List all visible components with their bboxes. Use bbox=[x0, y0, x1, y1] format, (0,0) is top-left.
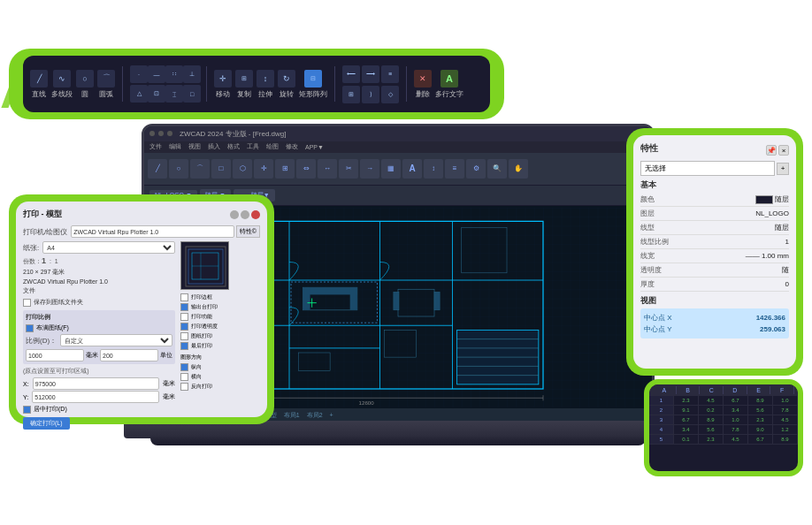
center-checkbox[interactable] bbox=[23, 406, 31, 414]
tool-arc[interactable]: ⌒ 圆弧 bbox=[97, 70, 115, 99]
extra-tool-4[interactable]: ⊥ bbox=[183, 65, 201, 83]
menu-modify[interactable]: 修改 bbox=[286, 142, 298, 151]
dialog-close-btn[interactable] bbox=[251, 210, 260, 219]
menu-draw[interactable]: 绘图 bbox=[266, 142, 279, 151]
print-func-cb[interactable] bbox=[180, 313, 188, 321]
selection-dropdown[interactable]: 无选择 bbox=[640, 161, 775, 176]
print-paper-cb[interactable] bbox=[180, 332, 188, 340]
ss-cell-2b[interactable]: 9.1 bbox=[674, 406, 699, 415]
scale-select[interactable]: 自定义 bbox=[60, 334, 172, 346]
tb-layer[interactable]: ≡ bbox=[445, 159, 464, 179]
tb-move[interactable]: ✛ bbox=[254, 159, 273, 179]
reverse-cb[interactable] bbox=[180, 383, 188, 391]
scale-num-input[interactable] bbox=[26, 349, 84, 361]
fit-checkbox[interactable] bbox=[26, 324, 34, 332]
menu-apps[interactable]: APP▼ bbox=[305, 144, 324, 150]
ss-cell-1a[interactable]: 1 bbox=[649, 396, 674, 405]
tb-poly[interactable]: ⬡ bbox=[233, 159, 252, 179]
scale-num2-input[interactable] bbox=[100, 349, 158, 361]
ss-cell-5b[interactable]: 0.1 bbox=[674, 435, 699, 444]
tool-erase[interactable]: ✕ 删除 bbox=[414, 70, 432, 99]
ss-cell-3e[interactable]: 2.3 bbox=[748, 415, 773, 424]
extra-tool-2[interactable]: — bbox=[148, 65, 165, 83]
print-output-cb[interactable] bbox=[180, 303, 188, 311]
tool-stretch[interactable]: ↕ 拉伸 bbox=[257, 70, 274, 99]
misc-icon-1[interactable]: ⟵ bbox=[342, 65, 360, 83]
ss-cell-3a[interactable]: 3 bbox=[649, 415, 674, 424]
ss-cell-4b[interactable]: 3.4 bbox=[674, 425, 699, 434]
ss-cell-4f[interactable]: 1.2 bbox=[773, 425, 798, 434]
ss-cell-1e[interactable]: 8.9 bbox=[748, 396, 773, 405]
ss-cell-2d[interactable]: 3.4 bbox=[724, 406, 748, 415]
extra-tool-7[interactable]: ⌶ bbox=[165, 85, 183, 103]
origin-y-input[interactable] bbox=[32, 391, 159, 403]
ss-cell-3b[interactable]: 6.7 bbox=[674, 415, 699, 424]
origin-x-input[interactable] bbox=[33, 377, 159, 390]
ss-cell-4e[interactable]: 9.0 bbox=[748, 425, 773, 434]
tool-polyline[interactable]: ∿ 多线段 bbox=[51, 70, 73, 99]
ss-cell-2c[interactable]: 0.2 bbox=[699, 406, 724, 415]
extra-tool-6[interactable]: ⊡ bbox=[148, 85, 165, 103]
ok-print-btn[interactable]: 确定打印(L) bbox=[23, 417, 70, 430]
ss-cell-4d[interactable]: 7.8 bbox=[724, 425, 748, 434]
props-pin-btn[interactable]: 📌 bbox=[766, 145, 777, 156]
properties-btn[interactable]: 特性© bbox=[236, 225, 260, 238]
menu-edit[interactable]: 编辑 bbox=[169, 142, 181, 151]
ss-cell-5c[interactable]: 2.3 bbox=[699, 435, 724, 444]
ss-cell-3f[interactable]: 4.5 bbox=[773, 415, 798, 424]
menu-file[interactable]: 文件 bbox=[149, 142, 162, 151]
menu-view[interactable]: 视图 bbox=[188, 142, 201, 151]
tb-text[interactable]: A bbox=[402, 159, 422, 179]
tb-pan[interactable]: ✋ bbox=[509, 159, 528, 179]
tb-mirror[interactable]: ⇔ bbox=[296, 159, 316, 179]
menu-insert[interactable]: 插入 bbox=[208, 142, 220, 151]
tb-copy2[interactable]: ⊞ bbox=[275, 159, 295, 179]
extra-tool-8[interactable]: □ bbox=[183, 85, 201, 103]
ss-cell-2a[interactable]: 2 bbox=[649, 406, 674, 415]
ss-cell-4c[interactable]: 5.6 bbox=[699, 425, 724, 434]
printer-input[interactable] bbox=[71, 225, 234, 238]
print-trans-cb[interactable] bbox=[180, 323, 188, 331]
ss-cell-5a[interactable]: 5 bbox=[649, 435, 674, 444]
ss-cell-2e[interactable]: 5.6 bbox=[748, 406, 773, 415]
extra-tool-1[interactable]: · bbox=[130, 65, 148, 83]
tb-dim[interactable]: ↕ bbox=[424, 159, 443, 179]
save-checkbox[interactable] bbox=[23, 299, 31, 307]
tb-zoom[interactable]: 🔍 bbox=[487, 159, 507, 179]
tool-copy[interactable]: ⊞ 复制 bbox=[235, 70, 253, 99]
status-plus[interactable]: + bbox=[330, 412, 333, 418]
ss-cell-3d[interactable]: 1.0 bbox=[724, 415, 748, 424]
ss-cell-5e[interactable]: 6.7 bbox=[748, 435, 773, 444]
tb-props[interactable]: ⚙ bbox=[466, 159, 486, 179]
tb-line[interactable]: ╱ bbox=[148, 159, 167, 179]
ss-cell-2f[interactable]: 7.8 bbox=[773, 406, 798, 415]
tb-trim[interactable]: ✂ bbox=[339, 159, 358, 179]
misc-icon-2[interactable]: ⟶ bbox=[362, 65, 379, 83]
dialog-minimize-btn[interactable] bbox=[230, 210, 239, 219]
extra-tool-5[interactable]: △ bbox=[130, 85, 148, 103]
tb-scale[interactable]: ↔ bbox=[318, 159, 337, 179]
paper-size-select[interactable]: A4 bbox=[42, 241, 175, 254]
tb-circle[interactable]: ○ bbox=[169, 159, 188, 179]
tool-move[interactable]: ✛ 移动 bbox=[214, 70, 232, 99]
menu-format[interactable]: 格式 bbox=[227, 142, 240, 151]
ss-cell-1b[interactable]: 2.3 bbox=[674, 396, 699, 405]
tool-circle[interactable]: ○ 圆 bbox=[76, 70, 94, 99]
misc-icon-5[interactable]: ⟩ bbox=[362, 86, 379, 103]
portrait-rb[interactable] bbox=[180, 363, 188, 371]
ss-cell-5d[interactable]: 4.5 bbox=[724, 435, 748, 444]
tb-rect[interactable]: □ bbox=[211, 159, 231, 179]
ss-cell-1c[interactable]: 4.5 bbox=[699, 396, 724, 405]
tb-hatch[interactable]: ▦ bbox=[381, 159, 401, 179]
ss-cell-1f[interactable]: 1.0 bbox=[773, 396, 798, 405]
tool-mtext[interactable]: A 多行文字 bbox=[435, 70, 463, 99]
extra-tool-3[interactable]: ∷ bbox=[165, 65, 183, 83]
misc-icon-6[interactable]: ◇ bbox=[381, 86, 399, 103]
selection-pickadd-btn[interactable]: + bbox=[777, 163, 789, 175]
landscape-rb[interactable] bbox=[180, 373, 188, 381]
props-close-btn[interactable]: × bbox=[778, 145, 789, 156]
menu-tools[interactable]: 工具 bbox=[247, 142, 259, 151]
misc-icon-3[interactable]: ≡ bbox=[381, 65, 399, 83]
print-border-cb[interactable] bbox=[180, 293, 188, 301]
misc-icon-4[interactable]: ⊞ bbox=[342, 86, 360, 103]
